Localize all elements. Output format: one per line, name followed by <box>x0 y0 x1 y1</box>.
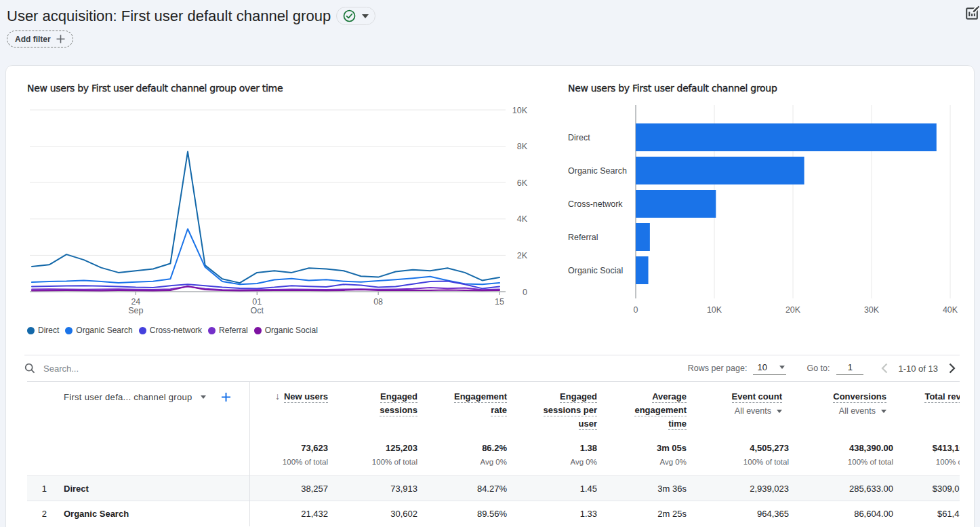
add-dimension-button[interactable] <box>221 392 231 402</box>
pagination-controls: Rows per page: 10 Go to: 1-10 of 13 <box>688 360 960 376</box>
line-series-organic-search <box>32 229 499 285</box>
sort-descending-icon: ↓ <box>275 391 280 402</box>
add-filter-label: Add filter <box>15 35 51 44</box>
bar-category-label: Organic Social <box>568 266 623 275</box>
event-filter-label: All events <box>735 406 771 416</box>
totals-cell: $413,106.48100% of total <box>893 435 960 476</box>
event-filter-dropdown[interactable]: All events <box>735 406 782 416</box>
legend-item-direct[interactable]: Direct <box>27 326 59 335</box>
page-title: User acquisition: First user default cha… <box>7 7 331 25</box>
x-axis-label: 24 <box>131 297 140 307</box>
legend-dot <box>139 327 146 334</box>
totals-cell: 73,623100% of total <box>249 435 328 476</box>
x-axis-label: 08 <box>373 297 383 307</box>
y-axis-label: 4K <box>517 214 528 224</box>
bar-direct[interactable] <box>636 123 937 151</box>
metric-cell: 86,604.00 <box>789 501 893 526</box>
legend-item-organic-search[interactable]: Organic Search <box>65 326 132 335</box>
y-axis-label: 10K <box>512 106 528 115</box>
x-axis-label: 10K <box>707 305 722 315</box>
bar-category-label: Organic Search <box>568 166 627 176</box>
legend-dot <box>208 327 216 334</box>
table-row-organic-search[interactable]: 2Organic Search21,43230,60289.56%1.332m … <box>27 501 960 526</box>
bar-cross-network[interactable] <box>636 190 716 218</box>
totals-row: 73,623100% of total125,203100% of total8… <box>27 435 960 476</box>
row-channel-name: Direct <box>58 476 249 501</box>
bar-chart-title: New users by First user default channel … <box>568 83 777 94</box>
column-header-label: Total revenue <box>924 391 960 403</box>
metric-cell: 89.56% <box>417 501 507 526</box>
totals-subtext: 100% of total <box>893 458 960 466</box>
legend-label: Cross-network <box>150 326 202 335</box>
bar-referral[interactable] <box>636 223 650 251</box>
ga4-user-acquisition-report: { "colors": { "page_bg": "#f1f4f9", "car… <box>0 0 980 527</box>
row-number-header <box>27 382 58 435</box>
column-header-new-users[interactable]: ↓New users <box>249 382 328 435</box>
column-header-label: Engagement <box>454 391 507 403</box>
table-row-direct[interactable]: 1Direct38,25773,91384.27%1.453m 36s2,939… <box>27 476 960 501</box>
column-header-event-count[interactable]: Event countAll events <box>687 382 789 435</box>
metric-cell: 73,913 <box>328 476 417 501</box>
chevron-down-icon <box>777 410 782 413</box>
chevron-down-icon <box>881 410 886 413</box>
column-header-label: sessions per <box>544 405 598 416</box>
column-header-engaged-sessions[interactable]: Engagedsessions <box>328 382 417 435</box>
chevron-down-icon <box>779 366 785 369</box>
totals-value: 73,623 <box>250 443 329 453</box>
legend-item-organic-social[interactable]: Organic Social <box>254 326 318 335</box>
dimension-selector[interactable]: First user defa... channel group <box>58 382 249 402</box>
totals-cell: 3m 05sAvg 0% <box>597 435 687 476</box>
column-header-label: user <box>579 418 597 430</box>
search-icon <box>24 363 35 374</box>
bar-chart[interactable]: 010K20K30K40KDirectOrganic SearchCross-n… <box>554 102 960 326</box>
bar-organic-search[interactable] <box>636 157 804 184</box>
pagination-range: 1-10 of 13 <box>898 364 938 374</box>
rows-per-page-select[interactable]: 10 <box>753 362 786 375</box>
metric-cell: $61,437.88 <box>893 501 960 526</box>
legend-label: Organic Search <box>76 326 132 335</box>
event-filter-label: All events <box>839 406 876 416</box>
search-input[interactable] <box>43 364 192 374</box>
totals-subtext: 100% of total <box>789 458 893 466</box>
line-chart-title: New users by First user default channel … <box>27 83 283 94</box>
bar-organic-social[interactable] <box>636 256 649 284</box>
customize-report-button[interactable] <box>964 5 980 21</box>
line-chart[interactable]: 02K4K6K8K10K24Sep01Oct0815 <box>27 102 542 326</box>
add-filter-button[interactable]: Add filter <box>7 31 73 47</box>
legend-label: Organic Social <box>265 326 318 335</box>
next-page-button[interactable] <box>943 360 960 376</box>
plus-icon <box>56 34 66 44</box>
legend-label: Direct <box>38 326 59 335</box>
totals-value: 1.38 <box>507 443 597 453</box>
column-header-label: Event count <box>732 391 782 403</box>
goto-page-input[interactable] <box>836 362 863 375</box>
column-header-conversions[interactable]: ConversionsAll events <box>789 382 893 435</box>
table-toolbar: Rows per page: 10 Go to: 1-10 of 13 <box>24 355 960 381</box>
legend-item-referral[interactable]: Referral <box>208 326 248 335</box>
totals-subtext: 100% of total <box>687 458 789 466</box>
goto-label: Go to: <box>807 364 830 373</box>
bar-category-label: Direct <box>568 133 590 142</box>
column-header-engagement-rate[interactable]: Engagementrate <box>417 382 507 435</box>
x-axis-sublabel: Sep <box>128 306 143 315</box>
metric-cell: $309,014.85 <box>893 476 960 501</box>
chevron-down-icon <box>362 14 369 18</box>
event-filter-dropdown[interactable]: All events <box>839 406 886 416</box>
metric-cell: 1.33 <box>507 501 597 526</box>
search-box[interactable] <box>24 363 192 374</box>
metric-cell: 2m 25s <box>597 501 687 526</box>
legend-dot <box>27 327 35 334</box>
column-header-total-revenue[interactable]: Total revenue <box>893 382 960 435</box>
column-header-label: sessions <box>380 405 417 416</box>
previous-page-button[interactable] <box>876 360 893 376</box>
totals-subtext: 100% of total <box>328 458 417 466</box>
data-quality-badge[interactable] <box>336 7 375 25</box>
metric-cell: 285,633.00 <box>789 476 893 501</box>
column-header-average-engagement-time[interactable]: Averageengagementtime <box>597 382 687 435</box>
legend-item-cross-network[interactable]: Cross-network <box>139 326 202 335</box>
column-header-engaged-sessions-per-user[interactable]: Engagedsessions peruser <box>507 382 597 435</box>
metric-cell: 38,257 <box>249 476 328 501</box>
totals-cell: 438,390.00100% of total <box>789 435 893 476</box>
metric-cell: 84.27% <box>417 476 507 501</box>
data-table-wrap: First user defa... channel group ↓New us… <box>27 381 960 527</box>
